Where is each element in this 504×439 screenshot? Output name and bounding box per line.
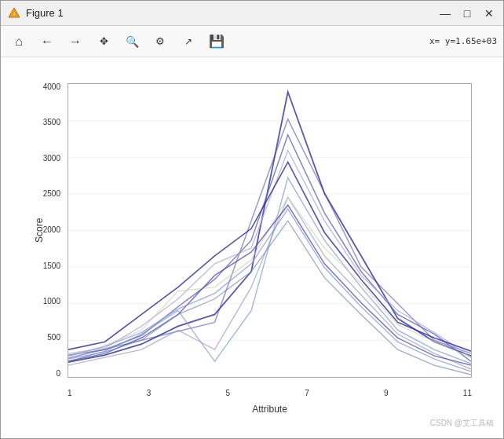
- configure-button[interactable]: ⚙: [148, 31, 172, 53]
- y-tick-2500: 2500: [43, 190, 60, 198]
- y-tick-3000: 3000: [43, 155, 60, 163]
- chart-area: Score 4000 3500 3000 2500 2000 1500 1000…: [1, 57, 503, 438]
- window-controls: — □ ✕: [437, 5, 497, 21]
- y-tick-3500: 3500: [43, 119, 60, 126]
- x-tick-7: 7: [305, 390, 309, 397]
- back-button[interactable]: ←: [35, 31, 59, 53]
- x-tick-3: 3: [147, 390, 152, 397]
- x-tick-9: 9: [384, 390, 389, 397]
- chart-svg: [68, 84, 471, 377]
- y-tick-0: 0: [56, 370, 60, 378]
- x-axis-labels: 1 3 5 7 9 11: [68, 390, 472, 397]
- minimize-button[interactable]: —: [437, 5, 453, 21]
- y-axis-labels: 4000 3500 3000 2500 2000 1500 1000 500 0: [24, 83, 64, 378]
- toolbar: ⌂ ← → ✥ 🔍 ⚙ ↗ 💾 x= y=1.65e+03: [1, 26, 503, 57]
- y-tick-1000: 1000: [43, 298, 60, 305]
- window-title: Figure 1: [26, 7, 437, 19]
- svg-text:!: !: [13, 11, 15, 18]
- close-button[interactable]: ✕: [481, 5, 497, 21]
- y-tick-4000: 4000: [43, 83, 60, 91]
- watermark: CSDN @艾工具稿: [430, 418, 494, 429]
- app-icon: !: [7, 6, 21, 20]
- forward-button[interactable]: →: [64, 31, 87, 53]
- window: ! Figure 1 — □ ✕ ⌂ ← → ✥ 🔍 ⚙ ↗ 💾 x= y=1.…: [0, 0, 504, 439]
- x-tick-11: 11: [463, 390, 472, 397]
- y-tick-1500: 1500: [43, 262, 60, 270]
- y-tick-2000: 2000: [43, 226, 60, 234]
- zoom-button[interactable]: 🔍: [120, 31, 144, 53]
- chart-plot-area: [68, 83, 472, 378]
- coords-display: x= y=1.65e+03: [429, 36, 497, 46]
- title-bar: ! Figure 1 — □ ✕: [1, 1, 503, 26]
- x-tick-1: 1: [68, 390, 72, 397]
- chart-container: Score 4000 3500 3000 2500 2000 1500 1000…: [24, 75, 480, 421]
- y-tick-500: 500: [47, 334, 60, 342]
- x-tick-5: 5: [226, 390, 231, 397]
- save-button[interactable]: 💾: [205, 31, 228, 53]
- pan-button[interactable]: ✥: [92, 31, 115, 53]
- plot-button[interactable]: ↗: [177, 31, 200, 53]
- x-axis-title: Attribute: [68, 404, 472, 415]
- home-button[interactable]: ⌂: [7, 31, 31, 53]
- maximize-button[interactable]: □: [459, 5, 475, 21]
